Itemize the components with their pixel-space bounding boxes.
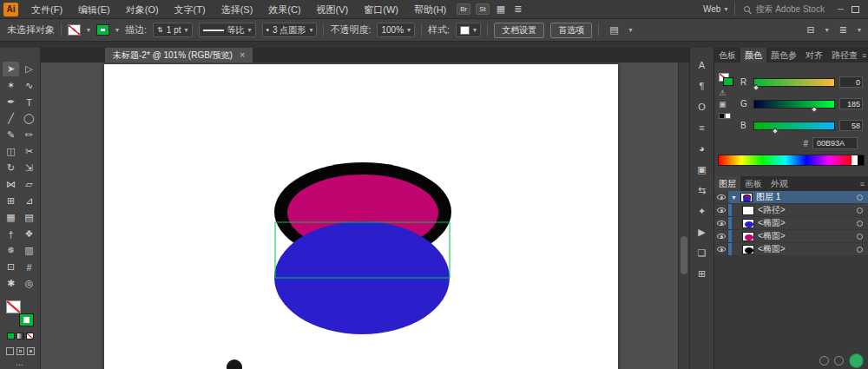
chevron-down-icon[interactable]: ▾ <box>473 26 477 34</box>
stroke-weight-field[interactable]: ⇅ 1 pt ▾ <box>153 23 192 37</box>
disclosure-triangle-icon[interactable]: ▼ <box>731 194 737 201</box>
mini-stroke-swatch[interactable] <box>723 77 733 86</box>
grid-view-icon[interactable]: ⊟ <box>807 24 815 36</box>
tab-appearance[interactable]: 外观 <box>766 176 792 191</box>
tab-color-guide[interactable]: 颜色参 <box>766 48 801 63</box>
fill-none-swatch[interactable] <box>6 300 21 313</box>
layer-name[interactable]: <椭圆> <box>758 243 786 255</box>
layer-row-main[interactable]: <椭圆> <box>728 230 868 242</box>
path-thumbnail[interactable] <box>742 206 754 215</box>
green-slider-handle[interactable] <box>811 105 818 112</box>
opentype-panel-icon[interactable]: O <box>690 96 713 117</box>
list-view-icon[interactable]: ≣ <box>839 24 847 36</box>
character-panel-icon[interactable]: A <box>690 55 713 76</box>
draw-inside-button[interactable] <box>27 347 35 355</box>
pattern-options-panel-icon[interactable]: ⊞ <box>690 263 713 284</box>
lasso-tool[interactable]: ∿ <box>21 78 37 93</box>
scrollbar-thumb[interactable] <box>681 236 687 274</box>
menu-view[interactable]: 视图(V) <box>309 0 357 19</box>
target-circle-icon[interactable] <box>857 247 863 253</box>
bridge-badge[interactable]: Br <box>457 3 470 15</box>
red-value-field[interactable]: 0 <box>839 76 863 88</box>
target-circle-icon[interactable] <box>857 221 863 227</box>
ellipse-tool[interactable]: ◯ <box>21 111 37 126</box>
window-restore-button[interactable] <box>852 6 859 13</box>
magic-wand-tool[interactable]: ✶ <box>3 78 19 93</box>
chevron-down-icon[interactable]: ▾ <box>407 26 411 34</box>
mesh-tool[interactable]: ▦ <box>3 210 19 225</box>
shape-builder-tool[interactable]: ⊞ <box>3 194 19 208</box>
rotate-tool[interactable]: ↻ <box>3 161 19 175</box>
tab-pathfinder[interactable]: 路径查 <box>827 48 862 63</box>
opacity-field[interactable]: 100% ▾ <box>377 23 415 37</box>
draw-behind-button[interactable] <box>16 347 24 355</box>
brush-dropdown[interactable]: • 3 点圆形 ▾ <box>262 23 318 37</box>
clipped-shape[interactable] <box>227 359 242 369</box>
color-spectrum-bar[interactable] <box>718 155 865 166</box>
layer-name[interactable]: 图层 1 <box>756 191 780 203</box>
ellipse-thumbnail[interactable] <box>742 245 754 254</box>
chevron-down-icon[interactable]: ▾ <box>184 26 187 34</box>
paintbrush-tool[interactable]: ✎ <box>3 128 19 142</box>
tab-color[interactable]: 颜色 <box>740 48 766 63</box>
column-graph-tool[interactable]: ▥ <box>21 243 37 258</box>
pencil-tool[interactable]: ✏ <box>21 128 37 142</box>
layer-row[interactable]: <椭圆> <box>714 217 868 230</box>
pen-tool[interactable]: ✒ <box>3 95 19 109</box>
blend-tool[interactable]: ❖ <box>21 227 37 241</box>
visibility-cell[interactable] <box>714 204 728 216</box>
layer-row-main[interactable]: <椭圆> <box>728 217 868 229</box>
document-tab[interactable]: 未标题-2* @ 101% (RGB/预览) × <box>105 48 253 63</box>
white-swatch[interactable] <box>725 113 731 119</box>
tab-layers[interactable]: 图层 <box>714 176 740 191</box>
chevron-down-icon[interactable]: ▾ <box>629 26 633 34</box>
close-icon[interactable]: × <box>240 50 245 60</box>
chevron-down-icon[interactable]: ▾ <box>115 26 119 34</box>
screen-mode-icon[interactable]: ⋯ <box>16 360 24 369</box>
target-circle-icon[interactable] <box>857 194 863 201</box>
stroke-green-swatch[interactable] <box>19 313 34 326</box>
document-layout-icon[interactable]: ≣ <box>514 3 522 15</box>
blue-value-field[interactable]: 58 <box>839 120 863 131</box>
notification-badge[interactable] <box>849 353 864 368</box>
stock-badge[interactable]: St <box>476 3 490 15</box>
align-options-icon[interactable]: ▤ <box>609 24 618 36</box>
spectrum-black-swatch[interactable] <box>858 155 864 165</box>
document-setup-button[interactable]: 文档设置 <box>494 23 544 38</box>
eye-icon[interactable] <box>717 247 726 252</box>
tab-swatches[interactable]: 色板 <box>714 48 740 63</box>
green-value-field[interactable]: 185 <box>839 98 863 109</box>
spectrum-rainbow[interactable] <box>719 155 852 165</box>
slice-tool[interactable]: # <box>21 260 37 274</box>
menu-help[interactable]: 帮助(H) <box>406 0 454 19</box>
free-transform-tool[interactable]: ▱ <box>21 177 37 192</box>
chevron-down-icon[interactable]: ▾ <box>858 26 861 34</box>
blue-slider-handle[interactable] <box>772 127 779 134</box>
target-circle-icon[interactable] <box>857 234 863 240</box>
layer-name[interactable]: <椭圆> <box>758 217 786 229</box>
line-segment-tool[interactable]: ╱ <box>3 111 19 126</box>
width-profile-dropdown[interactable]: 等比 ▾ <box>199 23 256 37</box>
chevron-down-icon[interactable]: ▾ <box>87 26 90 34</box>
target-circle-icon[interactable] <box>857 208 863 214</box>
layer-row[interactable]: <椭圆> <box>714 243 868 256</box>
tab-artboards[interactable]: 画板 <box>740 176 766 191</box>
workspace-switcher[interactable]: Web ▾ <box>696 4 734 14</box>
perspective-grid-tool[interactable]: ⊿ <box>21 194 37 208</box>
hand-tool[interactable]: ✱ <box>3 276 19 291</box>
layer-row-main[interactable]: ▼ 图层 1 <box>728 191 868 203</box>
paragraph-panel-icon[interactable]: ¶ <box>690 76 713 96</box>
vertical-scrollbar[interactable] <box>678 63 689 369</box>
eye-icon[interactable] <box>717 208 726 213</box>
black-swatch[interactable] <box>719 113 725 119</box>
width-tool[interactable]: ⋈ <box>3 177 19 192</box>
layer-row[interactable]: <路径> <box>714 204 868 217</box>
ellipse-thumbnail[interactable] <box>742 232 754 241</box>
adobe-stock-search[interactable]: 搜索 Adobe Stock <box>735 3 832 16</box>
menu-select[interactable]: 选择(S) <box>214 0 261 19</box>
red-slider[interactable] <box>753 78 835 87</box>
layer-row[interactable]: <椭圆> <box>714 230 868 243</box>
layer-name[interactable]: <椭圆> <box>758 230 786 242</box>
eye-icon[interactable] <box>717 221 726 226</box>
stroke-color-swatch[interactable] <box>96 24 109 36</box>
